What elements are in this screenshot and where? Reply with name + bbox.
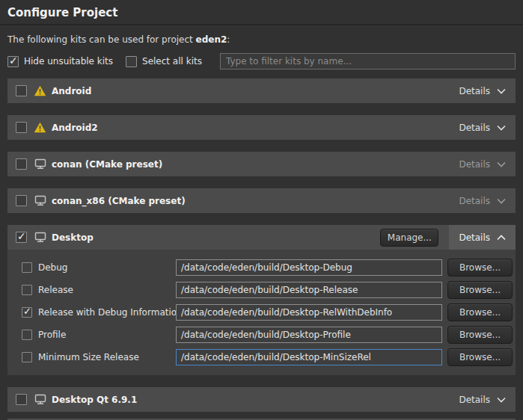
project-name: eden2 [196,34,227,45]
chevron-down-icon [497,125,506,131]
kit-desktop: Desktop Manage... Details Debug Browse..… [7,225,516,375]
browse-button[interactable]: Browse... [447,348,513,366]
manage-button[interactable]: Manage... [380,229,438,247]
hide-unsuitable-label[interactable]: Hide unsuitable kits [24,56,113,67]
desktop-icon [34,195,46,207]
desktop-icon [34,158,46,170]
configure-project-page: Configure Project The following kits can… [0,0,523,420]
details-label: Details [459,123,490,133]
intro-prefix: The following kits can be used for proje… [7,34,196,45]
chevron-down-icon [497,397,506,403]
kit-row: Desktop Qt 6.9.1 Details [7,387,516,412]
warning-icon [34,122,46,134]
details-label: Details [459,86,490,96]
desktop-icon [34,394,46,406]
details-toggle[interactable]: Details [449,115,516,140]
build-dir-input[interactable] [176,304,442,321]
config-row-minsizerel: Minimum Size Release Browse... [22,346,513,368]
config-checkbox[interactable] [22,262,32,273]
kit-checkbox[interactable] [16,195,27,206]
kit-android: Android Details [7,78,516,103]
build-dir-input[interactable] [176,349,442,365]
kit-checkbox[interactable] [16,158,27,170]
kit-filter-input[interactable] [220,53,516,70]
hide-unsuitable-checkbox[interactable] [7,56,19,67]
config-label[interactable]: Release [38,285,176,295]
kit-row: Android Details [7,78,516,103]
kit-row: conan_x86 (CMake preset) Details [7,188,516,213]
kit-name: conan_x86 (CMake preset) [52,196,449,206]
details-toggle[interactable]: Details [449,225,516,250]
details-label: Details [459,232,490,243]
browse-button[interactable]: Browse... [447,326,513,344]
kit-name: Desktop [52,232,380,243]
config-label[interactable]: Profile [38,330,176,340]
details-label: Details [459,159,490,170]
warning-icon [34,85,46,97]
title-separator [0,24,523,25]
config-label[interactable]: Debug [38,262,176,273]
config-row-relwithdebinfo: Release with Debug Information Browse... [22,301,513,324]
kit-desktop-qt-691: Desktop Qt 6.9.1 Details [7,387,516,412]
desktop-icon [34,232,46,244]
browse-button[interactable]: Browse... [447,259,513,277]
kit-name: conan (CMake preset) [52,159,449,170]
kit-conan: conan (CMake preset) Details [7,152,516,176]
kit-name: Desktop Qt 6.9.1 [52,395,449,405]
kit-checkbox[interactable] [16,85,27,96]
kit-checkbox[interactable] [16,122,27,133]
details-toggle[interactable]: Details [449,188,516,213]
kit-android2: Android2 Details [7,115,516,140]
select-all-checkbox[interactable] [126,56,137,67]
config-checkbox[interactable] [22,352,32,362]
config-label[interactable]: Minimum Size Release [38,352,176,362]
details-label: Details [459,395,490,405]
chevron-down-icon [497,198,506,204]
details-toggle[interactable]: Details [449,152,516,176]
kit-row: Android2 Details [7,115,516,140]
desktop-build-configs: Debug Browse... Release Browse... Releas… [7,250,516,375]
select-all-label[interactable]: Select all kits [142,56,202,67]
config-row-release: Release Browse... [22,279,513,301]
details-toggle[interactable]: Details [449,387,516,412]
intro-suffix: : [227,34,230,45]
config-checkbox[interactable] [22,307,32,318]
details-label: Details [459,196,490,206]
details-toggle[interactable]: Details [449,78,516,103]
config-checkbox[interactable] [22,330,32,340]
build-dir-input[interactable] [176,327,442,343]
kit-checkbox[interactable] [16,394,27,405]
config-row-debug: Debug Browse... [22,256,513,279]
select-all-group: Select all kits [126,56,202,67]
config-checkbox[interactable] [22,285,32,295]
kit-name: Android [52,86,449,96]
kit-filter-toolbar: Hide unsuitable kits Select all kits [7,52,516,70]
build-dir-input[interactable] [176,282,442,298]
chevron-up-icon [497,235,506,241]
kit-row: conan (CMake preset) Details [7,152,516,176]
chevron-down-icon [497,161,506,167]
build-dir-input[interactable] [176,259,442,276]
browse-button[interactable]: Browse... [447,303,513,321]
hide-unsuitable-group: Hide unsuitable kits [7,56,113,67]
kit-name: Android2 [52,123,449,133]
browse-button[interactable]: Browse... [447,281,513,299]
kit-checkbox[interactable] [16,232,27,243]
page-title: Configure Project [0,0,523,19]
config-label[interactable]: Release with Debug Information [38,307,176,318]
kit-row: Desktop Manage... Details [7,225,516,250]
kit-conan-x86: conan_x86 (CMake preset) Details [7,188,516,213]
intro-text: The following kits can be used for proje… [7,34,516,45]
chevron-down-icon [497,88,506,94]
config-row-profile: Profile Browse... [22,324,513,346]
